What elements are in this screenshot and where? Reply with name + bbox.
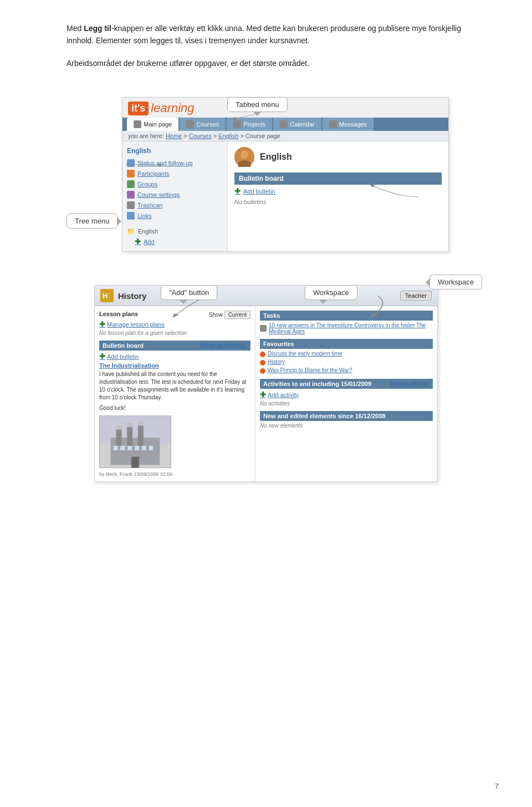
area-paragraph: Arbeidsområdet der brukerne utfører oppg… — [66, 57, 488, 69]
fav1-item[interactable]: Discuss the early modern time — [260, 351, 433, 358]
fav3-link[interactable]: Was Princip to Blame for the War? — [268, 367, 352, 373]
its-main-area: English Bulletin board ✚ Add bulletin No… — [228, 141, 448, 251]
svg-rect-16 — [127, 446, 132, 450]
svg-rect-10 — [138, 426, 144, 446]
no-lesson-plan-text: No lesson plan for a given selection — [99, 330, 250, 336]
sidebar-add-button[interactable]: ✚ Add — [135, 237, 223, 246]
activities-header: Activities to and including 15/01/2009 S… — [260, 379, 433, 389]
nav-tab-courses[interactable]: Courses — [180, 118, 226, 131]
add-activity-link[interactable]: ✚ Add activity — [260, 390, 433, 399]
nav-tab-mainpage[interactable]: Main page — [127, 118, 178, 131]
page-content: Med Legg til-knappen er alle verktøy ett… — [0, 0, 532, 504]
sidebar-add-label: Add — [144, 238, 155, 245]
folder-icon: 📁 — [127, 227, 135, 235]
page-number: 7 — [495, 782, 499, 790]
tasks-link[interactable]: 10 new answers in The Investiture Contro… — [260, 322, 433, 334]
show-all-bulletins-link[interactable]: Show all bulletins — [201, 342, 247, 349]
tasks-header: Tasks — [260, 311, 433, 321]
show-controls: Show Current — [209, 311, 250, 319]
show-calendar-link[interactable]: Show calendar — [390, 380, 429, 387]
its-logo-text: learning — [151, 101, 194, 115]
svg-rect-9 — [127, 427, 132, 446]
its-breadcrumb: you are here: Home > Courses > English >… — [122, 131, 448, 141]
history-right-panel: Tasks 10 new answers in The Investiture … — [255, 306, 437, 481]
tasks-section: Tasks 10 new answers in The Investiture … — [260, 311, 433, 334]
sidebar-item-coursesettings[interactable]: Course settings — [127, 191, 223, 199]
new-elements-section: New and edited elements since 16/12/2008… — [260, 411, 433, 429]
nav-tab-calendar[interactable]: Calendar — [273, 118, 321, 131]
post-closing: Good luck! — [99, 405, 250, 411]
intro-paragraph1: Med Legg til-knappen er alle verktøy ett… — [66, 22, 488, 47]
nav-tab-projects[interactable]: Projects — [227, 118, 272, 131]
sidebar-item-trashcan[interactable]: Trashcan — [127, 201, 223, 209]
no-bulletins-text: No bulletins — [234, 199, 442, 205]
course-header: English — [234, 147, 442, 167]
manage-plans-icon: ✚ — [99, 320, 105, 328]
teacher-button[interactable]: Teacher — [400, 291, 432, 301]
add-activity-label: Add activity — [268, 392, 299, 398]
manage-lesson-plans-link[interactable]: ✚ Manage lesson plans — [99, 320, 250, 328]
sidebar-item-links[interactable]: Links — [127, 212, 223, 220]
trashcan-icon — [127, 201, 135, 209]
fav2-link[interactable]: History — [268, 359, 285, 365]
no-activities-text: No activities — [260, 400, 433, 407]
add-bulletin-link2[interactable]: ✚ Add bulletin — [99, 352, 250, 361]
svg-rect-20 — [131, 457, 139, 468]
tasks-link-text[interactable]: 10 new answers in The Investiture Contro… — [269, 322, 433, 334]
breadcrumb-courses[interactable]: Courses — [189, 133, 212, 139]
diagram1: Tabbed menu Tree menu Workspace it's lea… — [66, 97, 488, 252]
history-left-panel: Lesson plans Show Current ✚ Manage lesso… — [95, 306, 255, 481]
course-avatar — [234, 147, 254, 167]
sidebar-folder: 📁 English — [127, 227, 223, 235]
fav1-icon — [260, 352, 265, 357]
add-bulletin-link[interactable]: ✚ Add bulletin — [234, 187, 442, 195]
svg-point-12 — [126, 423, 133, 428]
history-icon: H — [100, 289, 114, 302]
legg-til-bold: Legg til — [84, 24, 111, 33]
nav-tab-projects-label: Projects — [243, 121, 265, 128]
svg-rect-17 — [135, 446, 139, 450]
fav3-item[interactable]: Was Princip to Blame for the War? — [260, 367, 433, 374]
sidebar-item-groups[interactable]: Groups — [127, 180, 223, 188]
add-plus-icon: ✚ — [135, 237, 141, 246]
sidebar-item-status[interactable]: Status and follow-up — [127, 159, 223, 167]
svg-rect-18 — [142, 446, 146, 450]
task-icon — [260, 325, 267, 332]
nav-tab-messages-label: Messages — [339, 121, 367, 128]
svg-rect-14 — [114, 446, 118, 450]
courses-icon — [186, 120, 194, 128]
its-nav-bar: Main page Courses Projects Calendar Mess… — [122, 118, 448, 131]
add-bulletin-label: Add bulletin — [243, 188, 275, 195]
sidebar-participants-label: Participants — [137, 170, 169, 177]
post-meta: by Beck, Frank 13/09/2006 02:00 — [99, 471, 250, 477]
breadcrumb-english[interactable]: English — [218, 133, 238, 139]
fav2-item[interactable]: History — [260, 359, 433, 366]
its-learning-screenshot: it's learning Main page Courses Projects — [122, 97, 449, 252]
svg-rect-15 — [120, 446, 125, 450]
add-activity-icon: ✚ — [260, 390, 266, 399]
sidebar-status-label: Status and follow-up — [137, 160, 193, 166]
groups-icon — [127, 180, 135, 188]
nav-tab-calendar-label: Calendar — [290, 121, 315, 128]
current-select[interactable]: Current — [224, 311, 250, 319]
fav1-link[interactable]: Discuss the early modern time — [268, 351, 342, 357]
history-title: History — [118, 291, 147, 301]
history-bulletin-header: Bulletin board Show all bulletins — [99, 341, 250, 351]
fav3-icon — [260, 368, 265, 374]
nav-tab-messages[interactable]: Messages — [323, 118, 374, 131]
history-body: Lesson plans Show Current ✚ Manage lesso… — [95, 306, 437, 481]
new-elements-header: New and edited elements since 16/12/2008 — [260, 411, 433, 421]
factory-image — [99, 415, 171, 468]
history-header: H History Teacher — [95, 286, 437, 306]
its-sidebar: English Status and follow-up Participant… — [122, 141, 228, 251]
its-body: English Status and follow-up Participant… — [122, 141, 448, 251]
participants-icon — [127, 170, 135, 177]
bulletin-board-header: Bulletin board — [234, 172, 442, 185]
sidebar-item-participants[interactable]: Participants — [127, 170, 223, 177]
its-logo-badge: it's — [128, 101, 149, 115]
favourites-header: Favourites — [260, 339, 433, 349]
diagram2: "Add" button Workspace H History Teacher — [66, 285, 488, 482]
svg-point-11 — [116, 426, 122, 430]
breadcrumb-home[interactable]: Home — [166, 133, 182, 139]
svg-rect-8 — [116, 430, 122, 446]
